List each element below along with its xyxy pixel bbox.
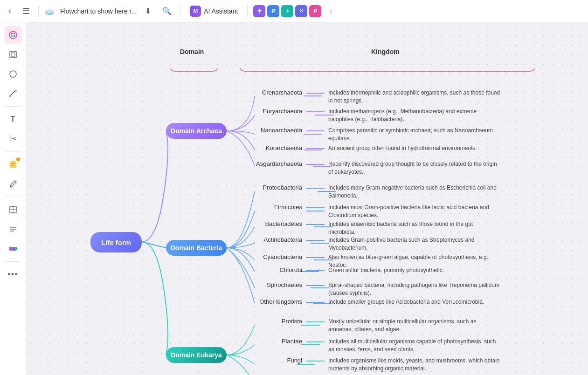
- colorbar-icon: [8, 244, 18, 253]
- svg-rect-25: [13, 247, 15, 250]
- layers-icon: [8, 50, 18, 59]
- table-icon: [8, 205, 18, 214]
- archaea-k3-name: Nanoarchaeota: [255, 127, 306, 134]
- archaea-k1-line: [306, 93, 325, 94]
- archaea-k2-line: [306, 111, 325, 112]
- plugin-icon-1[interactable]: ✦: [253, 5, 265, 17]
- node-archaea[interactable]: Domain Archaea: [166, 123, 227, 139]
- bacteria-kingdom-3: Bacteroidetes Includes anaerobic bacteri…: [255, 220, 502, 237]
- sidebar-icon-text[interactable]: T: [4, 110, 22, 128]
- doc-title: Flowchart to show here r...: [60, 7, 137, 15]
- plugins-chevron[interactable]: ›: [327, 5, 335, 17]
- bacteria-kingdom-1: Proteobacteria Includes many Gram-negati…: [255, 184, 502, 200]
- eukarya-k1-desc: Mostly unicellular or simple multicellul…: [325, 318, 502, 334]
- bacteria-k2-desc: Includes most Gram-positive bacteria lik…: [325, 204, 502, 220]
- bacteria-k2-line: [306, 207, 325, 208]
- eukarya-kingdom-2: Plantae Includes all multicellular organ…: [255, 338, 502, 354]
- bacteria-k6-desc: Green sulfur bacteria, primarily photosy…: [325, 266, 444, 274]
- sticky-badge: [16, 157, 20, 161]
- bacteria-k5-line: [306, 257, 325, 258]
- svg-rect-23: [9, 247, 11, 250]
- sidebar-icon-brush[interactable]: [4, 175, 22, 193]
- download-button[interactable]: ⬇: [142, 5, 154, 17]
- bacteria-k8-name: Other kingdoms: [255, 298, 306, 305]
- plugin-icon-3[interactable]: ⟡: [281, 5, 293, 17]
- bacteria-k3-line: [306, 224, 325, 225]
- menu-button[interactable]: ☰: [20, 4, 33, 18]
- svg-point-6: [14, 33, 15, 34]
- archaea-kingdom-2: Euryarchaeota Includes methanogens (e.g.…: [255, 108, 502, 124]
- bacteria-kingdom-4: Actinobacteria Includes Gram-positive ba…: [255, 236, 502, 252]
- archaea-k2-desc: Includes methanogens (e.g., Methanobacte…: [325, 108, 502, 124]
- svg-point-8: [11, 35, 13, 37]
- bacteria-k4-desc: Includes Gram-positive bacteria such as …: [325, 236, 502, 252]
- archaea-k4-desc: An ancient group often found in hydrothe…: [325, 144, 477, 152]
- node-bacteria[interactable]: Domain Bacteria: [166, 240, 227, 256]
- bacteria-kingdom-6: Chlorobi Green sulfur bacteria, primaril…: [255, 266, 444, 274]
- archaea-k5-desc: Recently discovered group thought to be …: [325, 160, 502, 177]
- svg-rect-12: [10, 161, 16, 168]
- sidebar-icon-colorbar[interactable]: [4, 240, 22, 258]
- node-eukarya[interactable]: Domain Eukarya: [166, 347, 227, 363]
- archaea-k5-line: [306, 164, 325, 165]
- eukarya-k2-name: Plantae: [255, 338, 306, 345]
- eukarya-k1-name: Protista: [255, 318, 306, 325]
- plugin-icons: ✦ P ⟡ ✕ P: [253, 5, 321, 17]
- search-button[interactable]: 🔍: [159, 5, 174, 17]
- eukarya-kingdom-3: Fungi Includes organisms like molds, yea…: [255, 357, 502, 373]
- sidebar-sep-1: [6, 106, 21, 107]
- plugin-icon-5[interactable]: P: [309, 5, 321, 17]
- back-button[interactable]: ‹: [6, 4, 14, 18]
- eukarya-k1-line: [306, 321, 325, 322]
- bacteria-k1-line: [306, 188, 325, 189]
- svg-point-11: [10, 71, 16, 77]
- separator-3: [247, 6, 248, 17]
- brush-icon: [8, 179, 18, 189]
- archaea-k3-line: [306, 130, 325, 131]
- eukarya-k3-desc: Includes organisms like molds, yeasts, a…: [325, 357, 502, 373]
- sidebar-icon-textblock[interactable]: [4, 220, 22, 238]
- archaea-kingdom-1: Crenarchaeota Includes thermophilic and …: [255, 89, 502, 105]
- archaea-k1-desc: Includes thermophilic and acidophilic or…: [325, 89, 502, 105]
- ai-icon: M: [190, 6, 201, 17]
- eukarya-kingdom-1: Protista Mostly unicellular or simple mu…: [255, 318, 502, 334]
- sidebar-icon-palette[interactable]: [4, 26, 22, 44]
- separator-1: [38, 6, 39, 17]
- eukarya-k2-line: [306, 341, 325, 342]
- archaea-k4-name: Korarchaeota: [255, 144, 306, 151]
- archaea-kingdom-3: Nanoarchaeota Comprises parasitic or sym…: [255, 127, 502, 143]
- svg-rect-26: [15, 247, 17, 250]
- separator-2: [180, 6, 180, 17]
- palette-icon: [8, 30, 18, 40]
- archaea-k4-line: [306, 148, 325, 149]
- bacteria-kingdom-2: Firmicutes Includes most Gram-positive b…: [255, 204, 502, 220]
- sidebar-icon-table[interactable]: [4, 201, 22, 218]
- plugin-icon-4[interactable]: ✕: [295, 5, 307, 17]
- sidebar-icon-sticky[interactable]: [4, 156, 22, 173]
- ai-assistant-button[interactable]: M AI Assistant: [186, 4, 242, 19]
- sidebar-sep-4: [6, 261, 21, 262]
- ai-label: AI Assistant: [204, 7, 238, 15]
- svg-point-4: [9, 31, 17, 39]
- sidebar-icon-layers[interactable]: [4, 46, 22, 63]
- svg-point-7: [14, 35, 15, 37]
- sidebar: T ✂: [0, 22, 26, 375]
- plugin-icon-2[interactable]: P: [267, 5, 279, 17]
- sidebar-icon-shapes[interactable]: [4, 65, 22, 83]
- bacteria-k6-line: [306, 270, 325, 271]
- sidebar-icon-pen[interactable]: [4, 85, 22, 102]
- archaea-k2-name: Euryarchaeota: [255, 108, 306, 115]
- node-life-form[interactable]: Life form: [90, 232, 142, 252]
- bacteria-k6-name: Chlorobi: [255, 266, 306, 273]
- sidebar-icon-cut[interactable]: ✂: [4, 130, 22, 148]
- archaea-kingdom-4: Korarchaeota An ancient group often foun…: [255, 144, 477, 152]
- shapes-icon: [8, 69, 18, 79]
- eukarya-k3-line: [306, 361, 325, 361]
- kingdom-header: Kingdom: [371, 48, 400, 55]
- bacteria-k8-desc: Include smaller groups like Acidobacteri…: [325, 298, 484, 306]
- canvas[interactable]: Domain Kingdom Life form Domain Archaea …: [26, 22, 588, 375]
- eukarya-k3-name: Fungi: [255, 357, 306, 364]
- bacteria-k1-name: Proteobacteria: [255, 184, 306, 191]
- sidebar-icon-more[interactable]: •••: [4, 266, 22, 283]
- bacteria-k4-name: Actinobacteria: [255, 236, 306, 243]
